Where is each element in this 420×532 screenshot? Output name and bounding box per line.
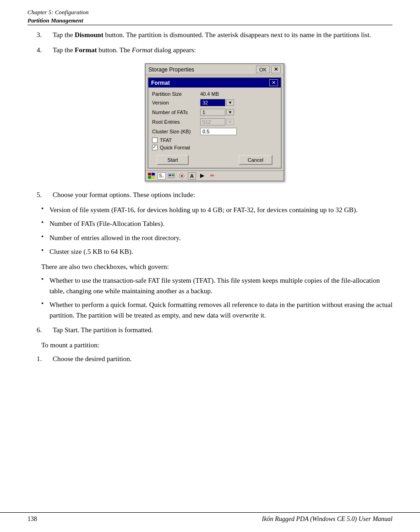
mount-step-1-text: Choose the desired partition. (53, 354, 393, 364)
fats-label: Number of FATs (152, 110, 200, 115)
bullet-3-symbol: • (41, 233, 49, 243)
svg-rect-2 (152, 173, 155, 176)
format-dialog-body: Partition Size 40.4 MB Version 32 ▼ (148, 88, 281, 168)
svg-rect-1 (148, 176, 151, 179)
bullet-4-text: Cluster size (.5 KB to 64 KB). (49, 247, 393, 257)
bullet-2-text: Number of FATs (File-Allocation Tables). (49, 219, 393, 229)
step-5-number: 5. (37, 190, 53, 200)
mount-step-1: 1. Choose the desired partition. (37, 354, 393, 364)
mount-step-1-number: 1. (37, 354, 53, 364)
dialog-outer-buttons: OK ✕ (256, 66, 281, 73)
format-dialog-close-button[interactable]: ✕ (269, 79, 278, 86)
page-container: Chapter 5: Configuration Partition Manag… (0, 0, 420, 532)
dialog-ok-button[interactable]: OK (256, 66, 270, 73)
svg-rect-3 (152, 176, 155, 179)
checkbox-bullet-2: • Whether to perform a quick format. Qui… (37, 300, 393, 320)
root-entries-dropdown-arrow: ▼ (226, 119, 234, 125)
checkbox-bullet-2-text: Whether to perform a quick format. Quick… (49, 300, 393, 320)
step-4: 4. Tap the Format button. The Format dia… (37, 45, 393, 55)
svg-rect-6 (172, 175, 174, 176)
chapter-label: Chapter 5: Configuration (27, 8, 393, 16)
quick-format-checkbox[interactable] (152, 145, 158, 150)
step-4-text: Tap the Format button. The Format dialog… (53, 45, 393, 55)
fats-dropdown-field: 1 ▼ (200, 109, 234, 116)
version-dropdown-field: 32 ▼ (200, 99, 234, 106)
checkbox-bullet-1-text: Whether to use the transaction-safe FAT … (49, 275, 393, 296)
format-options-list: • Version of file system (FAT-16, for de… (37, 205, 393, 257)
step-6-text: Tap Start. The partition is formatted. (53, 325, 393, 335)
checkbox-intro: There are also two checkboxes, which gov… (37, 262, 393, 272)
dialog-outer-close-button[interactable]: ✕ (271, 66, 281, 73)
taskbar-icon-3[interactable] (178, 172, 186, 180)
step-6: 6. Tap Start. The partition is formatted… (37, 325, 393, 335)
footer-page-number: 138 (27, 516, 37, 523)
partition-size-label: Partition Size (152, 91, 200, 97)
step-3-text: Tap the Dismount button. The partition i… (53, 30, 393, 40)
dialog-screenshot: Storage Properties OK ✕ Format ✕ (37, 63, 393, 181)
partition-size-row: Partition Size 40.4 MB (152, 91, 277, 97)
version-label: Version (152, 100, 200, 105)
footer-title: Ikôn Rugged PDA (Windows CE 5.0) User Ma… (262, 516, 393, 523)
quick-format-checkbox-row: Quick Format (152, 145, 277, 150)
partition-size-value: 40.4 MB (200, 91, 277, 97)
bullet-4-symbol: • (41, 247, 49, 257)
cluster-size-input[interactable] (200, 128, 237, 135)
svg-rect-0 (148, 173, 151, 176)
mount-section-label: To mount a partition: (37, 340, 393, 351)
bullet-2-symbol: • (41, 219, 49, 229)
version-dropdown-arrow[interactable]: ▼ (226, 99, 234, 106)
page-header: Chapter 5: Configuration Partition Manag… (0, 0, 420, 25)
step-3-number: 3. (37, 30, 53, 40)
bullet-item-4: • Cluster size (.5 KB to 64 KB). (37, 247, 393, 257)
step-4-number: 4. (37, 45, 53, 55)
content-area: 3. Tap the Dismount button. The partitio… (0, 25, 420, 373)
bullet-3-text: Number of entries allowed in the root di… (49, 233, 393, 243)
bullet-item-3: • Number of entries allowed in the root … (37, 233, 393, 243)
cluster-size-label: Cluster Size (KB) (152, 129, 200, 134)
taskbar-area: S.. A ▶ (146, 170, 284, 181)
step-5: 5. Choose your format options. These opt… (37, 190, 393, 200)
format-dialog-title: Format (151, 80, 170, 86)
checkbox-bullet-2-symbol: • (41, 300, 49, 320)
start-icon[interactable] (147, 172, 156, 180)
tfat-label: TFAT (160, 137, 172, 143)
checkbox-options-list: • Whether to use the transaction-safe FA… (37, 275, 393, 320)
step-3: 3. Tap the Dismount button. The partitio… (37, 30, 393, 40)
page-footer: 138 Ikôn Rugged PDA (Windows CE 5.0) Use… (0, 512, 420, 523)
svg-rect-5 (169, 175, 171, 176)
fats-dropdown-value[interactable]: 1 (200, 109, 225, 116)
bullet-1-text: Version of file system (FAT-16, for devi… (49, 205, 393, 215)
dialog-outer-titlebar: Storage Properties OK ✕ (146, 64, 284, 75)
root-entries-label: Root Entries (152, 119, 200, 125)
checkbox-bullet-1: • Whether to use the transaction-safe FA… (37, 275, 393, 296)
bullet-1-symbol: • (41, 205, 49, 215)
version-dropdown-value[interactable]: 32 (200, 99, 225, 106)
format-dialog-inner: Format ✕ Partition Size 40.4 MB Version (147, 77, 282, 169)
taskbar-icon-2[interactable] (168, 172, 176, 180)
format-dialog-titlebar: Format ✕ (148, 78, 281, 88)
fats-dropdown-arrow[interactable]: ▼ (226, 109, 234, 115)
bullet-item-2: • Number of FATs (File-Allocation Tables… (37, 219, 393, 229)
root-entries-row: Root Entries 512 ▼ (152, 118, 277, 126)
section-label: Partition Management (27, 16, 393, 25)
taskbar-icon-5[interactable]: ▶ (198, 172, 206, 180)
taskbar-icon-4[interactable]: A (188, 172, 196, 180)
taskbar-icon-6[interactable]: ✏ (208, 172, 216, 180)
quick-format-label: Quick Format (160, 145, 190, 150)
cancel-button[interactable]: Cancel (239, 155, 273, 165)
dialog-action-buttons: Start Cancel (152, 155, 277, 165)
dialog-outer-title: Storage Properties (148, 66, 194, 73)
taskbar-icon-1[interactable]: S.. (158, 172, 166, 180)
fats-row: Number of FATs 1 ▼ (152, 109, 277, 116)
bullet-item-1: • Version of file system (FAT-16, for de… (37, 205, 393, 215)
root-entries-dropdown-field: 512 ▼ (200, 118, 234, 126)
checkbox-bullet-1-symbol: • (41, 275, 49, 296)
tfat-checkbox-row: TFAT (152, 137, 277, 143)
version-row: Version 32 ▼ (152, 99, 277, 106)
root-entries-dropdown-value: 512 (200, 118, 225, 126)
step-5-text: Choose your format options. These option… (53, 190, 393, 200)
storage-properties-dialog: Storage Properties OK ✕ Format ✕ (145, 63, 284, 181)
start-button[interactable]: Start (157, 155, 189, 165)
tfat-checkbox[interactable] (152, 137, 158, 143)
cluster-size-row: Cluster Size (KB) (152, 128, 277, 135)
